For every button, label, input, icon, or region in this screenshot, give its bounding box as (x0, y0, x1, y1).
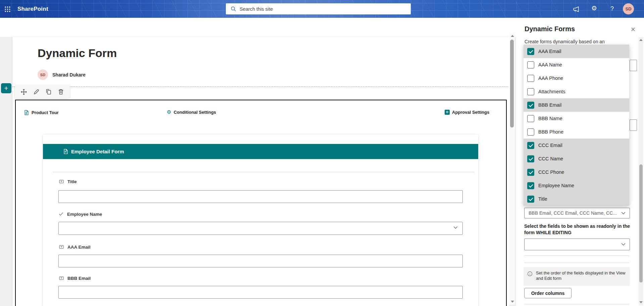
tab-approval-settings[interactable]: ⚙ Approval Settings (445, 110, 489, 115)
webpart-toolbar (15, 85, 70, 98)
form-header-band: Employee Detail Form (43, 144, 478, 159)
chevron-down-icon (621, 212, 626, 215)
tab-label: Product Tour (32, 110, 59, 115)
search-icon (231, 6, 236, 12)
settings-gear-icon[interactable]: ⚙ (591, 5, 597, 11)
tab-conditional-settings[interactable]: ⚙ Conditional Settings (167, 110, 216, 115)
checkbox-unchecked-icon (527, 75, 534, 82)
text-field-icon (59, 275, 64, 281)
scroll-down-arrow[interactable] (511, 301, 514, 303)
account-avatar[interactable]: SD (623, 3, 634, 14)
field-label-text: AAA Email (67, 245, 91, 250)
field-option-label: Attachments (538, 89, 565, 94)
add-section-button[interactable]: + (1, 83, 11, 93)
info-icon (527, 271, 533, 276)
checkbox-unchecked-icon (527, 61, 534, 68)
command-bar: Save as draft Undo Discard changes ⚙ Pag… (0, 18, 516, 37)
field-option-title[interactable]: Title (524, 192, 629, 206)
checkbox-checked-icon (527, 169, 534, 176)
author-name: Sharad Dukare (52, 72, 86, 78)
checkbox-unchecked-icon (527, 88, 534, 95)
field-label-aaa-email: AAA Email (59, 244, 91, 250)
scroll-up-arrow[interactable] (639, 39, 643, 41)
panel-scrollbar-thumb[interactable] (639, 164, 643, 283)
field-label-title: Title (59, 179, 77, 184)
hidden-dropdown-edge (630, 119, 637, 131)
site-search[interactable] (226, 3, 411, 14)
form-document-icon (63, 149, 68, 154)
field-option-bbb-phone[interactable]: BBB Phone (524, 125, 629, 139)
order-columns-button[interactable]: Order columns (524, 288, 572, 298)
checkbox-unchecked-icon (527, 129, 534, 136)
field-option-label: BBB Phone (538, 129, 563, 135)
section-divider-dashed (12, 87, 508, 87)
duplicate-webpart-icon[interactable] (45, 89, 52, 95)
panel-description: Create forms dynamically based on an (525, 39, 626, 44)
search-input[interactable] (240, 6, 394, 12)
form-divider (53, 172, 475, 172)
megaphone-icon[interactable] (573, 6, 580, 13)
field-label-text: Employee Name (67, 212, 102, 217)
aaa-email-input[interactable] (58, 255, 463, 267)
field-option-aaa-name[interactable]: AAA Name (524, 58, 629, 71)
field-option-label: AAA Phone (538, 75, 563, 81)
checkbox-checked-icon (527, 142, 534, 149)
app-title[interactable]: SharePoint (17, 6, 48, 12)
field-option-employee-name[interactable]: Employee Name (524, 179, 629, 192)
author-avatar: SD (38, 69, 48, 80)
field-option-ccc-phone[interactable]: CCC Phone (524, 165, 629, 179)
employee-name-dropdown[interactable] (58, 222, 463, 235)
dynamic-forms-property-panel: Dynamic Forms Create forms dynamically b… (516, 18, 644, 306)
field-option-attachments[interactable]: Attachments (524, 85, 629, 98)
close-panel-icon[interactable] (631, 27, 636, 32)
page-title[interactable]: Dynamic Form (38, 47, 117, 60)
canvas-scrollbar[interactable] (509, 33, 515, 305)
field-option-aaa-email[interactable]: AAA Email (524, 45, 629, 58)
field-label-text: BBB Email (67, 276, 91, 281)
tab-product-tour[interactable]: Product Tour (23, 110, 59, 115)
readonly-fields-dropdown[interactable] (524, 239, 630, 250)
suite-top-bar: SharePoint ⚙ ? SD (0, 0, 644, 18)
checkbox-checked-icon (527, 196, 534, 203)
form-header-title: Employee Detail Form (71, 149, 124, 154)
gear-icon: ⚙ (167, 110, 171, 115)
text-field-icon (59, 244, 64, 250)
field-option-bbb-name[interactable]: BBB Name (524, 112, 629, 125)
title-input[interactable] (58, 190, 463, 203)
approval-gear-icon: ⚙ (445, 110, 450, 115)
field-option-label: BBB Email (538, 102, 561, 108)
move-webpart-icon[interactable] (20, 89, 27, 95)
field-option-ccc-name[interactable]: CCC Name (524, 152, 629, 165)
checkbox-checked-icon (527, 182, 534, 189)
field-option-label: CCC Email (538, 143, 562, 148)
field-option-label: AAA Name (538, 62, 562, 67)
field-option-aaa-phone[interactable]: AAA Phone (524, 71, 629, 85)
edit-webpart-icon[interactable] (33, 89, 40, 95)
field-option-label: Title (538, 196, 547, 202)
panel-divider (524, 255, 629, 256)
canvas-scrollbar-thumb[interactable] (510, 40, 514, 128)
checkbox-checked-icon (527, 155, 534, 162)
panel-divider (524, 304, 629, 304)
selected-fields-dropdown[interactable]: BBB Email, CCC Email, CCC Name, CC... (524, 208, 630, 218)
field-label-bbb-email: BBB Email (59, 275, 91, 281)
field-option-label: CCC Name (538, 156, 563, 161)
order-info-box: Set the order of the fields displayed in… (524, 267, 630, 286)
text-field-icon (59, 179, 64, 184)
scroll-up-arrow[interactable] (511, 35, 514, 37)
app-launcher-icon[interactable] (4, 6, 11, 12)
panel-scrollbar[interactable] (639, 37, 643, 305)
bbb-email-input[interactable] (58, 286, 463, 299)
panel-divider (524, 263, 629, 263)
delete-webpart-icon[interactable] (58, 89, 64, 95)
selected-fields-value: BBB Email, CCC Email, CCC Name, CC... (529, 210, 617, 216)
scroll-down-arrow[interactable] (639, 301, 643, 303)
hidden-dropdown-edge (630, 60, 637, 71)
help-icon[interactable]: ? (610, 5, 614, 12)
field-option-bbb-email[interactable]: BBB Email (524, 98, 629, 112)
choice-field-icon (58, 211, 64, 217)
field-option-ccc-email[interactable]: CCC Email (524, 139, 629, 152)
field-option-label: CCC Phone (538, 169, 564, 175)
field-option-label: Employee Name (538, 183, 574, 188)
tab-label: Conditional Settings (174, 110, 216, 115)
